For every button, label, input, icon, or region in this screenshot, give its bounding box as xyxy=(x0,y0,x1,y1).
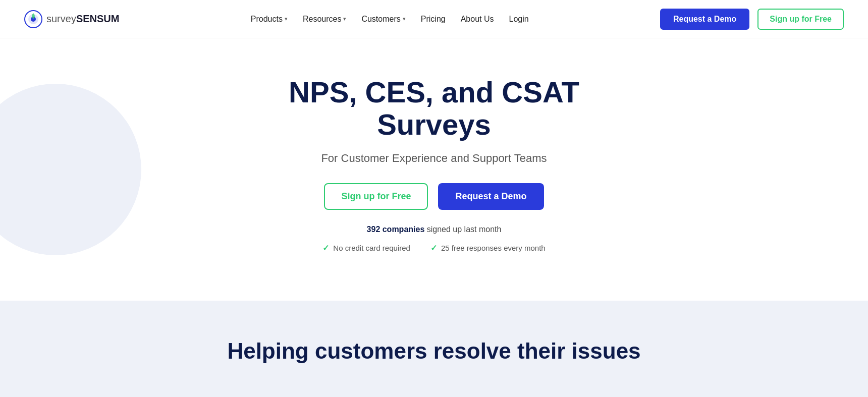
nav-signup-button[interactable]: Sign up for Free xyxy=(757,9,844,30)
hero-circle-decoration xyxy=(0,84,141,255)
nav-actions: Request a Demo Sign up for Free xyxy=(660,9,844,30)
nav-links: Products ▾ Resources ▾ Customers ▾ Prici… xyxy=(245,11,535,28)
nav-item-login[interactable]: Login xyxy=(503,11,534,28)
hero-title: NPS, CES, and CSAT Surveys xyxy=(252,76,616,141)
nav-request-demo-button[interactable]: Request a Demo xyxy=(660,9,749,30)
navbar: surveySENSUM Products ▾ Resources ▾ Cust… xyxy=(0,0,868,38)
hero-trust-items: ✓ No credit card required ✓ 25 free resp… xyxy=(252,243,616,253)
nav-item-resources[interactable]: Resources ▾ xyxy=(297,11,352,28)
check-no-credit-card: ✓ No credit card required xyxy=(322,243,410,253)
check-free-responses: ✓ 25 free responses every month xyxy=(430,243,546,253)
checkmark-icon: ✓ xyxy=(430,243,437,253)
nav-item-customers[interactable]: Customers ▾ xyxy=(355,11,411,28)
nav-item-pricing[interactable]: Pricing xyxy=(415,11,452,28)
checkmark-icon: ✓ xyxy=(322,243,329,253)
hero-section: NPS, CES, and CSAT Surveys For Customer … xyxy=(0,38,868,301)
hero-signup-button[interactable]: Sign up for Free xyxy=(324,183,428,210)
chevron-down-icon: ▾ xyxy=(403,16,406,22)
chevron-down-icon: ▾ xyxy=(343,16,346,22)
hero-content: NPS, CES, and CSAT Surveys For Customer … xyxy=(252,76,616,253)
logo-text: surveySENSUM xyxy=(46,13,119,25)
hero-demo-button[interactable]: Request a Demo xyxy=(438,183,544,210)
logo[interactable]: surveySENSUM xyxy=(24,10,119,28)
hero-social-proof: 392 companies signed up last month xyxy=(252,225,616,234)
hero-buttons: Sign up for Free Request a Demo xyxy=(252,183,616,210)
nav-item-products[interactable]: Products ▾ xyxy=(245,11,294,28)
hero-subtitle: For Customer Experience and Support Team… xyxy=(252,152,616,165)
nav-item-about[interactable]: About Us xyxy=(455,11,500,28)
logo-icon xyxy=(24,10,42,28)
lower-section: Helping customers resolve their issues xyxy=(0,301,868,397)
chevron-down-icon: ▾ xyxy=(285,16,288,22)
lower-title: Helping customers resolve their issues xyxy=(227,338,640,364)
